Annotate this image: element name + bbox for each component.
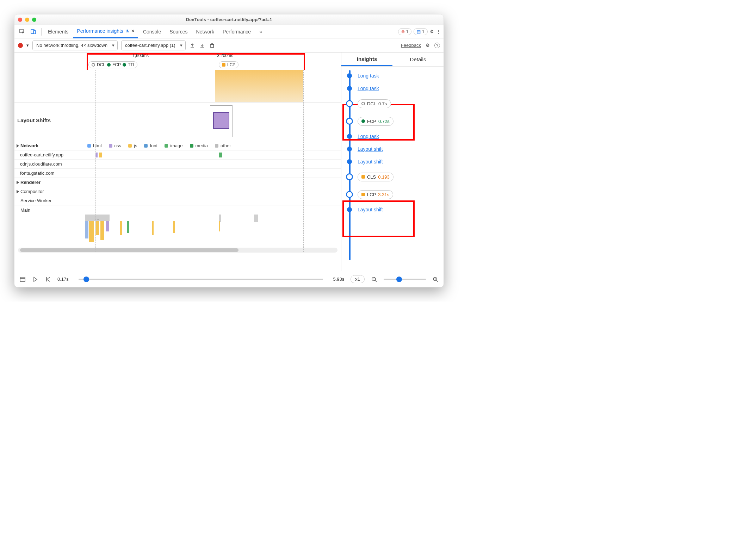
skip-back-icon[interactable] (45, 276, 51, 283)
inspect-icon[interactable] (17, 27, 27, 37)
disclosure-icon (17, 190, 19, 193)
network-host-row[interactable]: cdnjs.cloudflare.com (14, 160, 341, 169)
insight-row[interactable]: FCP 0.72s (341, 112, 444, 130)
error-count-badge[interactable]: ⊗1 (398, 28, 412, 35)
tab-elements[interactable]: Elements (44, 25, 72, 38)
svg-rect-4 (20, 277, 25, 281)
target-select[interactable]: coffee-cart.netlify.app (1) (121, 41, 186, 50)
insight-row[interactable]: LCP 3.31s (341, 186, 444, 203)
marker-chip-dcl-fcp-tti[interactable]: DCL FCP TTI (88, 61, 137, 68)
service-worker-row[interactable]: Service Worker (14, 196, 341, 205)
gear-icon[interactable]: ⚙ (425, 42, 431, 49)
zoom-icon[interactable] (32, 18, 36, 22)
import-icon[interactable] (199, 42, 205, 49)
dcl-icon (361, 102, 365, 105)
lcp-icon (222, 63, 225, 67)
titlebar: DevTools - coffee-cart.netlify.app/?ad=1 (14, 14, 444, 25)
playback-footer: 0.17s 5.93s x1 (14, 271, 444, 287)
zoom-in-icon[interactable] (432, 276, 439, 283)
top-tabs: Elements Performance insights ⚗ ✕ Consol… (14, 25, 444, 38)
speed-pill[interactable]: x1 (351, 275, 365, 283)
svg-rect-2 (33, 31, 36, 34)
record-button[interactable] (18, 43, 23, 48)
insights-toolbar: ▾ No network throttling, 4× slowdown cof… (14, 38, 444, 52)
tab-insights[interactable]: Insights (341, 52, 392, 66)
zoom-slider[interactable] (384, 279, 426, 280)
svg-rect-3 (211, 44, 213, 48)
insight-row[interactable]: DCL 0.7s (341, 95, 444, 112)
compositor-row[interactable]: Compositor (14, 187, 341, 196)
help-icon[interactable]: ? (434, 43, 440, 48)
timeline-pane[interactable]: 1,600ms 3,200ms DCL FCP TTI LCP Layout S (14, 52, 341, 271)
ruler-tick: 1,600ms (132, 53, 149, 58)
time-guide (95, 70, 96, 252)
insight-row[interactable]: Layout shift (341, 155, 444, 168)
ruler-tick: 3,200ms (217, 53, 233, 58)
marker-row: DCL FCP TTI LCP (14, 60, 341, 70)
network-host-row[interactable]: fonts.gstatic.com (14, 169, 341, 178)
insight-row[interactable]: Long task (341, 82, 444, 95)
tab-details[interactable]: Details (392, 52, 444, 66)
main-thread-row[interactable]: Main (14, 205, 341, 215)
devtools-window: DevTools - coffee-cart.netlify.app/?ad=1… (14, 14, 444, 287)
time-guide (233, 70, 233, 252)
tab-performance[interactable]: Performance (219, 25, 254, 38)
dcl-icon (92, 63, 95, 67)
main-flamegraph[interactable]: … (85, 215, 341, 246)
close-tab-icon[interactable]: ✕ (131, 29, 135, 33)
toggle-overview-icon[interactable] (19, 276, 26, 283)
section-label: Layout Shifts (17, 117, 51, 123)
time-ruler: 1,600ms 3,200ms (87, 52, 341, 60)
time-end: 5.93s (333, 277, 344, 282)
export-icon[interactable] (189, 42, 196, 49)
tabs-overflow[interactable]: » (256, 25, 266, 38)
marker-chip-lcp[interactable]: LCP (219, 61, 238, 68)
time-start: 0.17s (57, 277, 69, 282)
message-count-badge[interactable]: ▤1 (414, 28, 428, 35)
close-icon[interactable] (18, 18, 22, 22)
filmstrip-frame (215, 70, 303, 102)
time-guide (303, 70, 304, 252)
insight-row[interactable]: CLS 0.193 (341, 168, 444, 186)
svg-line-8 (375, 280, 377, 282)
horizontal-scrollbar[interactable] (18, 248, 337, 253)
insight-row[interactable]: Long task (341, 69, 444, 82)
zoom-out-icon[interactable] (371, 276, 377, 283)
network-section-header[interactable]: Network html css js font image media oth… (14, 141, 341, 150)
minimize-icon[interactable] (25, 18, 29, 22)
cls-icon (361, 175, 365, 179)
tab-sources[interactable]: Sources (166, 25, 191, 38)
layout-shift-thumbnail[interactable] (210, 105, 233, 137)
throttle-select[interactable]: No network throttling, 4× slowdown (32, 41, 118, 50)
playback-slider[interactable] (79, 279, 323, 280)
insight-row[interactable]: Layout shift (341, 143, 444, 155)
delete-icon[interactable] (209, 42, 215, 49)
lcp-icon (361, 193, 365, 196)
disclosure-icon (17, 144, 19, 148)
tti-icon (123, 63, 126, 67)
fcp-icon (107, 63, 111, 67)
tab-network[interactable]: Network (193, 25, 218, 38)
network-legend: html css js font image media other (87, 143, 231, 148)
network-host-row[interactable]: coffee-cart.netlify.app (14, 150, 341, 160)
window-title: DevTools - coffee-cart.netlify.app/?ad=1 (14, 17, 444, 22)
fcp-icon (361, 119, 365, 123)
more-icon[interactable]: ⋮ (436, 29, 441, 34)
insights-timeline: Long task Long task DCL 0.7s FCP 0.72s L… (341, 67, 444, 264)
traffic-lights (18, 18, 36, 22)
svg-line-11 (436, 280, 438, 282)
tab-performance-insights[interactable]: Performance insights ⚗ ✕ (73, 25, 138, 38)
flask-icon: ⚗ (125, 29, 129, 33)
layout-shifts-row: Layout Shifts (14, 103, 341, 141)
device-toggle-icon[interactable] (29, 27, 38, 37)
renderer-section-header[interactable]: Renderer (14, 178, 341, 187)
feedback-link[interactable]: Feedback (401, 43, 421, 48)
record-menu-icon[interactable]: ▾ (26, 43, 29, 48)
insights-tabs: Insights Details (341, 52, 444, 67)
play-icon[interactable] (32, 276, 38, 283)
main-area: 1,600ms 3,200ms DCL FCP TTI LCP Layout S (14, 52, 444, 271)
settings-icon[interactable]: ⚙ (430, 29, 434, 34)
insight-row[interactable]: Long task (341, 130, 444, 143)
tab-console[interactable]: Console (140, 25, 165, 38)
insight-row[interactable]: Layout shift (341, 203, 444, 216)
